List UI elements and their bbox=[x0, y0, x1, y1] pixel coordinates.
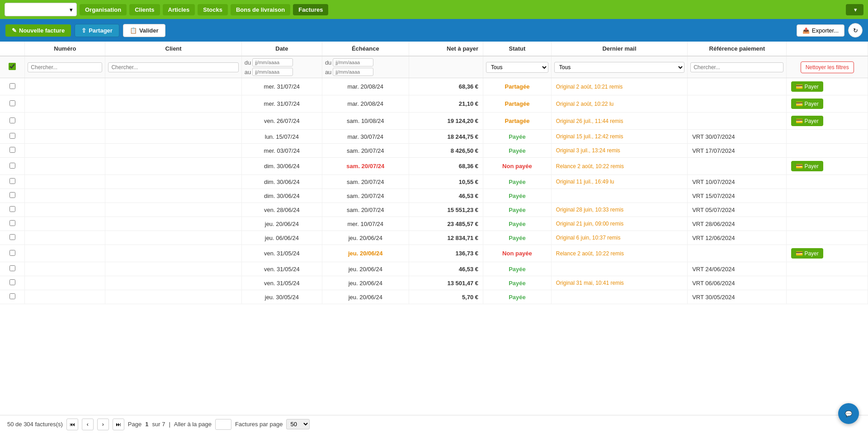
date-from-row: du bbox=[245, 58, 319, 66]
row-checkbox[interactable] bbox=[9, 192, 15, 198]
row-net: 68,36 € bbox=[409, 78, 483, 95]
select-all-checkbox[interactable] bbox=[9, 63, 16, 70]
refresh-icon: ↻ bbox=[853, 27, 858, 34]
row-check[interactable] bbox=[0, 217, 25, 231]
row-echeance: mar. 20/08/24 bbox=[322, 95, 409, 113]
row-net: 12 834,71 € bbox=[409, 231, 483, 245]
row-client bbox=[105, 262, 241, 276]
row-mail: Original 21 juin, 09:00 remis bbox=[551, 217, 687, 231]
goto-input[interactable]: 1 bbox=[215, 419, 231, 430]
row-checkbox[interactable] bbox=[9, 279, 15, 285]
row-checkbox[interactable] bbox=[9, 133, 15, 139]
client-filter-input[interactable] bbox=[108, 62, 238, 72]
row-statut: Partagée bbox=[483, 78, 552, 95]
row-check[interactable] bbox=[0, 78, 25, 95]
dernier-mail-filter-select[interactable]: Tous Remis Lu Non lu bbox=[554, 62, 684, 73]
table-row: jeu. 06/06/24 jeu. 20/06/24 12 834,71 € … bbox=[0, 231, 868, 245]
nav-stocks[interactable]: Stocks bbox=[198, 4, 228, 15]
pay-button[interactable]: 💳Payer bbox=[791, 81, 823, 92]
row-check[interactable] bbox=[0, 203, 25, 217]
date-to-input[interactable] bbox=[252, 68, 293, 76]
page-next-button[interactable]: › bbox=[97, 419, 109, 430]
row-client bbox=[105, 245, 241, 262]
row-action bbox=[787, 130, 868, 144]
header-ref: Référence paiement bbox=[688, 42, 787, 56]
row-checkbox[interactable] bbox=[9, 265, 15, 271]
nouvelle-facture-button[interactable]: ✎ Nouvelle facture bbox=[5, 24, 71, 37]
partager-button[interactable]: ⇧ Partager bbox=[75, 24, 119, 37]
nav-clients[interactable]: Clients bbox=[129, 4, 160, 15]
app-dropdown[interactable]: ▾ bbox=[5, 3, 77, 16]
header-numero: Numéro bbox=[25, 42, 105, 56]
row-check[interactable] bbox=[0, 262, 25, 276]
row-checkbox[interactable] bbox=[9, 147, 15, 153]
row-check[interactable] bbox=[0, 276, 25, 290]
share-icon: ⇧ bbox=[81, 27, 86, 34]
table-container: Numéro Client Date Échéance Net à payer … bbox=[0, 42, 868, 415]
nav-articles[interactable]: Articles bbox=[163, 4, 195, 15]
page-total: sur 7 bbox=[152, 421, 165, 428]
numero-filter-input[interactable] bbox=[28, 62, 102, 72]
table-row: ven. 26/07/24 sam. 10/08/24 19 124,20 € … bbox=[0, 113, 868, 130]
nav-right-button[interactable]: ▾ bbox=[846, 4, 863, 15]
row-ref bbox=[688, 78, 787, 95]
row-checkbox[interactable] bbox=[9, 83, 15, 89]
nav-factures[interactable]: Factures bbox=[293, 4, 328, 15]
row-check[interactable] bbox=[0, 144, 25, 158]
row-check[interactable] bbox=[0, 189, 25, 203]
row-checkbox[interactable] bbox=[9, 178, 15, 184]
per-page-select[interactable]: 10 25 50 100 bbox=[286, 419, 310, 429]
page-last-button[interactable]: ⏭ bbox=[113, 419, 124, 430]
ref-filter-input[interactable] bbox=[690, 62, 783, 72]
row-checkbox[interactable] bbox=[9, 163, 15, 169]
row-checkbox[interactable] bbox=[9, 100, 15, 106]
row-check[interactable] bbox=[0, 158, 25, 175]
row-check[interactable] bbox=[0, 290, 25, 304]
statut-filter-select[interactable]: Tous Payée Non payée Partagée bbox=[486, 62, 548, 73]
row-numero bbox=[25, 290, 105, 304]
row-checkbox[interactable] bbox=[9, 220, 15, 226]
pay-button[interactable]: 💳Payer bbox=[791, 161, 823, 171]
page-prev-button[interactable]: ‹ bbox=[82, 419, 94, 430]
row-check[interactable] bbox=[0, 175, 25, 189]
row-numero bbox=[25, 113, 105, 130]
row-check[interactable] bbox=[0, 245, 25, 262]
pay-button[interactable]: 💳Payer bbox=[791, 99, 823, 109]
row-date: ven. 26/07/24 bbox=[241, 113, 322, 130]
echeance-from-input[interactable] bbox=[333, 58, 373, 66]
row-ref: VRT 06/06/2024 bbox=[688, 276, 787, 290]
nav-bons-livraison[interactable]: Bons de livraison bbox=[231, 4, 290, 15]
row-checkbox[interactable] bbox=[9, 206, 15, 212]
echeance-from-row: du bbox=[325, 58, 406, 66]
pagination-summary: 50 de 304 factures(s) bbox=[7, 421, 63, 428]
pay-button[interactable]: 💳Payer bbox=[791, 116, 823, 126]
clear-filters-button[interactable]: Nettoyer les filtres bbox=[801, 61, 854, 73]
pay-button[interactable]: 💳Payer bbox=[791, 248, 823, 259]
filter-check[interactable] bbox=[0, 56, 25, 78]
table-row: dim. 30/06/24 sam. 20/07/24 10,55 € Payé… bbox=[0, 175, 868, 189]
row-statut: Non payée bbox=[483, 158, 552, 175]
row-checkbox[interactable] bbox=[9, 293, 15, 299]
echeance-to-input[interactable] bbox=[333, 68, 373, 76]
nav-organisation[interactable]: Organisation bbox=[80, 4, 127, 15]
row-ref: VRT 05/07/2024 bbox=[688, 203, 787, 217]
exporter-button[interactable]: 📤 Exporter... bbox=[797, 24, 844, 37]
table-row: jeu. 30/05/24 jeu. 20/06/24 5,70 € Payée… bbox=[0, 290, 868, 304]
refresh-button[interactable]: ↻ bbox=[848, 23, 863, 38]
date-from-input[interactable] bbox=[252, 58, 293, 66]
row-check[interactable] bbox=[0, 130, 25, 144]
per-page-label: Factures par page bbox=[235, 421, 283, 428]
row-numero bbox=[25, 175, 105, 189]
row-checkbox[interactable] bbox=[9, 250, 15, 256]
page-first-button[interactable]: ⏮ bbox=[66, 419, 78, 430]
row-check[interactable] bbox=[0, 231, 25, 245]
valider-button[interactable]: 📋 Valider bbox=[123, 24, 165, 37]
chat-button[interactable]: 💬 bbox=[838, 403, 859, 424]
row-client bbox=[105, 113, 241, 130]
row-check[interactable] bbox=[0, 95, 25, 113]
row-checkbox[interactable] bbox=[9, 234, 15, 240]
row-check[interactable] bbox=[0, 113, 25, 130]
row-net: 13 501,47 € bbox=[409, 276, 483, 290]
row-mail: Original 2 août, 10:21 remis bbox=[551, 78, 687, 95]
row-checkbox[interactable] bbox=[9, 118, 15, 123]
